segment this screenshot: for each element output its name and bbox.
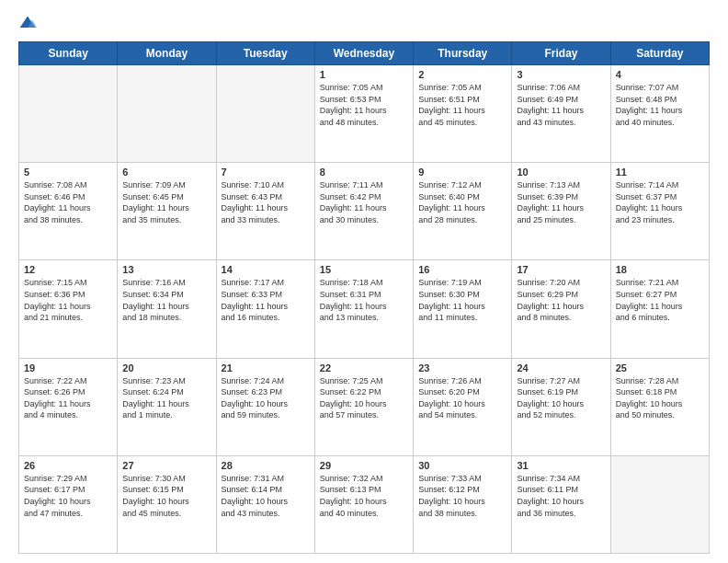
calendar-cell: 13Sunrise: 7:16 AM Sunset: 6:34 PM Dayli… <box>118 260 216 358</box>
day-info: Sunrise: 7:21 AM Sunset: 6:27 PM Dayligh… <box>616 277 704 323</box>
day-info: Sunrise: 7:28 AM Sunset: 6:18 PM Dayligh… <box>616 375 704 421</box>
calendar-week-1: 5Sunrise: 7:08 AM Sunset: 6:46 PM Daylig… <box>19 163 710 260</box>
day-header-tuesday: Tuesday <box>216 42 314 65</box>
day-number: 2 <box>418 69 506 80</box>
calendar-cell: 15Sunrise: 7:18 AM Sunset: 6:31 PM Dayli… <box>314 260 413 358</box>
day-info: Sunrise: 7:15 AM Sunset: 6:36 PM Dayligh… <box>24 277 112 323</box>
day-info: Sunrise: 7:18 AM Sunset: 6:31 PM Dayligh… <box>320 277 408 323</box>
calendar-cell: 23Sunrise: 7:26 AM Sunset: 6:20 PM Dayli… <box>414 358 512 455</box>
calendar-cell: 24Sunrise: 7:27 AM Sunset: 6:19 PM Dayli… <box>512 358 610 455</box>
calendar-cell: 10Sunrise: 7:13 AM Sunset: 6:39 PM Dayli… <box>512 163 610 260</box>
header <box>18 14 710 32</box>
day-info: Sunrise: 7:24 AM Sunset: 6:23 PM Dayligh… <box>222 375 310 421</box>
day-number: 20 <box>122 362 210 373</box>
day-header-monday: Monday <box>118 42 216 65</box>
day-info: Sunrise: 7:07 AM Sunset: 6:48 PM Dayligh… <box>616 82 704 128</box>
page: SundayMondayTuesdayWednesdayThursdayFrid… <box>0 0 728 563</box>
day-header-friday: Friday <box>512 42 610 65</box>
calendar-cell: 25Sunrise: 7:28 AM Sunset: 6:18 PM Dayli… <box>610 358 709 455</box>
day-number: 3 <box>517 69 605 80</box>
calendar-week-4: 26Sunrise: 7:29 AM Sunset: 6:17 PM Dayli… <box>19 455 710 553</box>
day-info: Sunrise: 7:19 AM Sunset: 6:30 PM Dayligh… <box>418 277 506 323</box>
calendar-header-row: SundayMondayTuesdayWednesdayThursdayFrid… <box>19 42 710 65</box>
calendar-cell: 1Sunrise: 7:05 AM Sunset: 6:53 PM Daylig… <box>314 65 413 163</box>
logo-icon <box>18 14 37 32</box>
calendar-cell <box>19 65 118 163</box>
day-number: 30 <box>418 460 506 471</box>
calendar-cell: 2Sunrise: 7:05 AM Sunset: 6:51 PM Daylig… <box>414 65 512 163</box>
day-number: 31 <box>517 460 605 471</box>
calendar-week-3: 19Sunrise: 7:22 AM Sunset: 6:26 PM Dayli… <box>19 358 710 455</box>
day-info: Sunrise: 7:16 AM Sunset: 6:34 PM Dayligh… <box>122 277 210 323</box>
day-number: 29 <box>320 460 408 471</box>
day-info: Sunrise: 7:17 AM Sunset: 6:33 PM Dayligh… <box>222 277 310 323</box>
calendar-cell: 3Sunrise: 7:06 AM Sunset: 6:49 PM Daylig… <box>512 65 610 163</box>
calendar-cell: 31Sunrise: 7:34 AM Sunset: 6:11 PM Dayli… <box>512 455 610 553</box>
day-info: Sunrise: 7:08 AM Sunset: 6:46 PM Dayligh… <box>24 179 112 225</box>
day-number: 7 <box>222 167 310 178</box>
day-info: Sunrise: 7:30 AM Sunset: 6:15 PM Dayligh… <box>122 473 210 519</box>
calendar-cell: 21Sunrise: 7:24 AM Sunset: 6:23 PM Dayli… <box>216 358 314 455</box>
day-info: Sunrise: 7:14 AM Sunset: 6:37 PM Dayligh… <box>616 179 704 225</box>
day-info: Sunrise: 7:33 AM Sunset: 6:12 PM Dayligh… <box>418 473 506 519</box>
calendar-cell: 7Sunrise: 7:10 AM Sunset: 6:43 PM Daylig… <box>216 163 314 260</box>
calendar-week-0: 1Sunrise: 7:05 AM Sunset: 6:53 PM Daylig… <box>19 65 710 163</box>
day-info: Sunrise: 7:12 AM Sunset: 6:40 PM Dayligh… <box>418 179 506 225</box>
day-number: 18 <box>616 264 704 275</box>
day-number: 15 <box>320 264 408 275</box>
calendar-cell: 18Sunrise: 7:21 AM Sunset: 6:27 PM Dayli… <box>610 260 709 358</box>
day-number: 8 <box>320 167 408 178</box>
day-info: Sunrise: 7:06 AM Sunset: 6:49 PM Dayligh… <box>517 82 605 128</box>
calendar-cell: 14Sunrise: 7:17 AM Sunset: 6:33 PM Dayli… <box>216 260 314 358</box>
calendar-cell: 20Sunrise: 7:23 AM Sunset: 6:24 PM Dayli… <box>118 358 216 455</box>
day-number: 19 <box>24 362 112 373</box>
day-number: 10 <box>517 167 605 178</box>
calendar-cell: 26Sunrise: 7:29 AM Sunset: 6:17 PM Dayli… <box>19 455 118 553</box>
day-number: 6 <box>122 167 210 178</box>
day-info: Sunrise: 7:31 AM Sunset: 6:14 PM Dayligh… <box>222 473 310 519</box>
calendar-cell: 4Sunrise: 7:07 AM Sunset: 6:48 PM Daylig… <box>610 65 709 163</box>
day-number: 28 <box>222 460 310 471</box>
day-info: Sunrise: 7:11 AM Sunset: 6:42 PM Dayligh… <box>320 179 408 225</box>
calendar-cell: 28Sunrise: 7:31 AM Sunset: 6:14 PM Dayli… <box>216 455 314 553</box>
day-info: Sunrise: 7:27 AM Sunset: 6:19 PM Dayligh… <box>517 375 605 421</box>
day-number: 12 <box>24 264 112 275</box>
day-number: 1 <box>320 69 408 80</box>
day-number: 4 <box>616 69 704 80</box>
day-info: Sunrise: 7:09 AM Sunset: 6:45 PM Dayligh… <box>122 179 210 225</box>
day-info: Sunrise: 7:23 AM Sunset: 6:24 PM Dayligh… <box>122 375 210 421</box>
day-info: Sunrise: 7:20 AM Sunset: 6:29 PM Dayligh… <box>517 277 605 323</box>
calendar-cell: 11Sunrise: 7:14 AM Sunset: 6:37 PM Dayli… <box>610 163 709 260</box>
calendar-cell: 22Sunrise: 7:25 AM Sunset: 6:22 PM Dayli… <box>314 358 413 455</box>
day-number: 24 <box>517 362 605 373</box>
day-info: Sunrise: 7:26 AM Sunset: 6:20 PM Dayligh… <box>418 375 506 421</box>
day-header-thursday: Thursday <box>414 42 512 65</box>
day-number: 27 <box>122 460 210 471</box>
day-info: Sunrise: 7:13 AM Sunset: 6:39 PM Dayligh… <box>517 179 605 225</box>
day-info: Sunrise: 7:05 AM Sunset: 6:53 PM Dayligh… <box>320 82 408 128</box>
day-number: 14 <box>222 264 310 275</box>
day-info: Sunrise: 7:22 AM Sunset: 6:26 PM Dayligh… <box>24 375 112 421</box>
calendar-cell: 5Sunrise: 7:08 AM Sunset: 6:46 PM Daylig… <box>19 163 118 260</box>
day-number: 23 <box>418 362 506 373</box>
day-info: Sunrise: 7:32 AM Sunset: 6:13 PM Dayligh… <box>320 473 408 519</box>
day-number: 5 <box>24 167 112 178</box>
calendar-cell <box>610 455 709 553</box>
calendar-cell <box>118 65 216 163</box>
day-number: 16 <box>418 264 506 275</box>
calendar-week-2: 12Sunrise: 7:15 AM Sunset: 6:36 PM Dayli… <box>19 260 710 358</box>
logo <box>18 14 40 32</box>
calendar-cell: 8Sunrise: 7:11 AM Sunset: 6:42 PM Daylig… <box>314 163 413 260</box>
calendar-cell: 30Sunrise: 7:33 AM Sunset: 6:12 PM Dayli… <box>414 455 512 553</box>
day-number: 26 <box>24 460 112 471</box>
day-header-wednesday: Wednesday <box>314 42 413 65</box>
day-number: 22 <box>320 362 408 373</box>
day-number: 25 <box>616 362 704 373</box>
day-info: Sunrise: 7:34 AM Sunset: 6:11 PM Dayligh… <box>517 473 605 519</box>
day-info: Sunrise: 7:10 AM Sunset: 6:43 PM Dayligh… <box>222 179 310 225</box>
calendar-cell: 12Sunrise: 7:15 AM Sunset: 6:36 PM Dayli… <box>19 260 118 358</box>
calendar-cell: 6Sunrise: 7:09 AM Sunset: 6:45 PM Daylig… <box>118 163 216 260</box>
calendar-cell: 16Sunrise: 7:19 AM Sunset: 6:30 PM Dayli… <box>414 260 512 358</box>
day-number: 17 <box>517 264 605 275</box>
calendar-cell: 9Sunrise: 7:12 AM Sunset: 6:40 PM Daylig… <box>414 163 512 260</box>
